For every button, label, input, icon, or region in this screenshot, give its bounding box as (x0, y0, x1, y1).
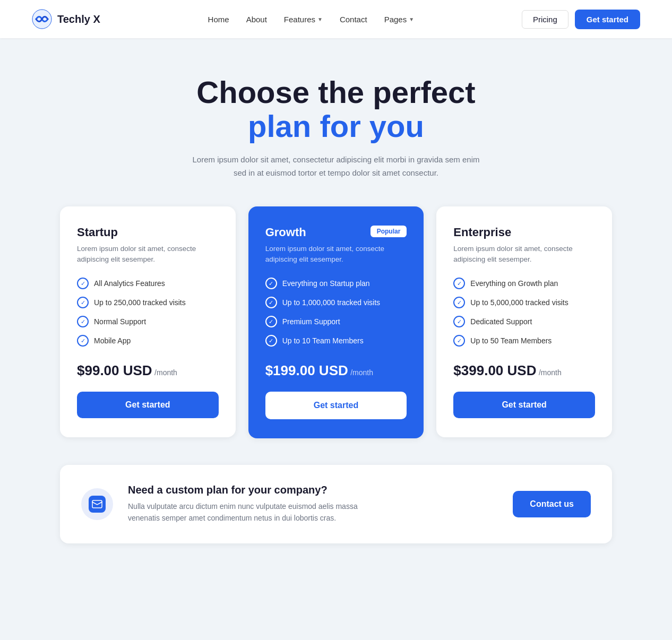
popular-badge: Popular (371, 226, 407, 237)
startup-feature-3: ✓ Normal Support (77, 316, 219, 327)
growth-card-header: Growth Popular (265, 226, 407, 239)
logo-icon (32, 9, 52, 29)
custom-plan-text: Need a custom plan for your company? Nul… (128, 484, 498, 524)
nav-home[interactable]: Home (208, 15, 229, 24)
growth-features: ✓ Everything on Startup plan ✓ Up to 1,0… (265, 278, 407, 347)
get-started-nav-button[interactable]: Get started (575, 10, 640, 29)
check-icon: ✓ (453, 278, 465, 289)
check-icon: ✓ (77, 316, 89, 327)
growth-cta-button[interactable]: Get started (265, 392, 407, 419)
hero-section: Choose the perfect plan for you Lorem ip… (0, 38, 672, 206)
logo[interactable]: Techly X (32, 9, 100, 29)
email-icon (89, 496, 106, 513)
header: Techly X Home About Features ▼ Contact P… (0, 0, 672, 38)
nav-contact[interactable]: Contact (340, 15, 367, 24)
check-icon: ✓ (265, 335, 277, 347)
nav-actions: Pricing Get started (522, 10, 640, 29)
startup-features: ✓ All Analytics Features ✓ Up to 250,000… (77, 278, 219, 347)
growth-title: Growth (265, 226, 306, 239)
startup-cta-button[interactable]: Get started (77, 392, 219, 418)
check-icon: ✓ (77, 297, 89, 308)
growth-feature-3: ✓ Premium Support (265, 316, 407, 327)
growth-card: Growth Popular Lorem ipsum dolor sit ame… (248, 206, 424, 439)
email-icon-wrap (81, 488, 113, 520)
features-chevron-icon: ▼ (317, 16, 323, 22)
check-icon: ✓ (77, 278, 89, 289)
startup-desc: Lorem ipsum dolor sit amet, consecte adi… (77, 244, 219, 265)
check-icon: ✓ (265, 297, 277, 308)
envelope-icon (92, 500, 102, 508)
check-icon: ✓ (453, 316, 465, 327)
enterprise-feature-1: ✓ Everything on Growth plan (453, 278, 595, 289)
check-icon: ✓ (265, 278, 277, 289)
startup-feature-4: ✓ Mobile App (77, 335, 219, 347)
startup-feature-1: ✓ All Analytics Features (77, 278, 219, 289)
pages-chevron-icon: ▼ (409, 16, 414, 22)
enterprise-card: Enterprise Lorem ipsum dolor sit amet, c… (436, 206, 612, 438)
startup-card: Startup Lorem ipsum dolor sit amet, cons… (60, 206, 236, 438)
enterprise-cta-button[interactable]: Get started (453, 392, 595, 418)
enterprise-feature-2: ✓ Up to 5,000,000 tracked visits (453, 297, 595, 308)
check-icon: ✓ (77, 335, 89, 347)
enterprise-price: $399.00 USD /month (453, 362, 595, 379)
startup-title: Startup (77, 226, 118, 239)
nav-features[interactable]: Features ▼ (284, 15, 323, 24)
check-icon: ✓ (453, 297, 465, 308)
growth-feature-1: ✓ Everything on Startup plan (265, 278, 407, 289)
pricing-section: Startup Lorem ipsum dolor sit amet, cons… (44, 206, 628, 465)
enterprise-features: ✓ Everything on Growth plan ✓ Up to 5,00… (453, 278, 595, 347)
brand-name: Techly X (57, 13, 100, 25)
enterprise-feature-4: ✓ Up to 50 Team Members (453, 335, 595, 347)
growth-feature-2: ✓ Up to 1,000,000 tracked visits (265, 297, 407, 308)
enterprise-feature-3: ✓ Dedicated Support (453, 316, 595, 327)
hero-description: Lorem ipsum dolor sit amet, consectetur … (187, 153, 485, 180)
pricing-button[interactable]: Pricing (522, 10, 568, 29)
custom-plan-card: Need a custom plan for your company? Nul… (60, 465, 612, 543)
nav-pages[interactable]: Pages ▼ (384, 15, 414, 24)
check-icon: ✓ (453, 335, 465, 347)
custom-plan-title: Need a custom plan for your company? (128, 484, 498, 496)
custom-plan-desc: Nulla vulputate arcu dictum enim nunc vu… (128, 500, 383, 524)
enterprise-card-header: Enterprise (453, 226, 595, 239)
growth-price: $199.00 USD /month (265, 362, 407, 379)
svg-rect-1 (92, 500, 102, 508)
nav-about[interactable]: About (246, 15, 267, 24)
growth-desc: Lorem ipsum dolor sit amet, consecte adi… (265, 244, 407, 265)
enterprise-desc: Lorem ipsum dolor sit amet, consecte adi… (453, 244, 595, 265)
growth-feature-4: ✓ Up to 10 Team Members (265, 335, 407, 347)
check-icon: ✓ (265, 316, 277, 327)
startup-price: $99.00 USD /month (77, 362, 219, 379)
enterprise-title: Enterprise (453, 226, 511, 239)
pricing-cards-grid: Startup Lorem ipsum dolor sit amet, cons… (60, 206, 612, 439)
main-nav: Home About Features ▼ Contact Pages ▼ (208, 15, 414, 24)
startup-feature-2: ✓ Up to 250,000 tracked visits (77, 297, 219, 308)
startup-card-header: Startup (77, 226, 219, 239)
hero-heading: Choose the perfect plan for you (11, 75, 661, 143)
contact-us-button[interactable]: Contact us (513, 491, 591, 517)
custom-plan-section: Need a custom plan for your company? Nul… (44, 465, 628, 543)
